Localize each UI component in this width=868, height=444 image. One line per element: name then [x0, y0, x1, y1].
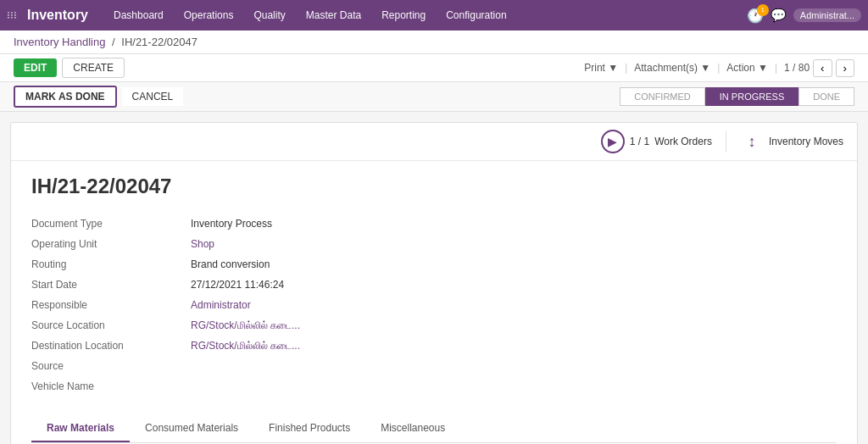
action-bar-1: EDIT CREATE Print ▼ | Attachment(s) ▼ | …	[0, 54, 868, 82]
print-dropdown[interactable]: Print ▼	[584, 62, 618, 74]
form-title: IH/21-22/02047	[31, 175, 837, 198]
notification-icon-wrap[interactable]: 🕐 1	[747, 8, 764, 24]
work-orders-count: 1 / 1	[630, 136, 649, 147]
attachments-chevron-icon: ▼	[700, 62, 710, 74]
cancel-button[interactable]: CANCEL	[122, 87, 184, 106]
vehicle-name-label: Vehicle Name	[31, 378, 184, 395]
attachments-dropdown[interactable]: Attachment(s) ▼	[634, 62, 710, 74]
responsible-value[interactable]: Administrator	[191, 297, 837, 314]
admin-button[interactable]: Administrat...	[793, 8, 861, 22]
print-chevron-icon: ▼	[608, 62, 618, 74]
pager-text: 1 / 80	[784, 62, 810, 74]
doc-type-label: Document Type	[31, 215, 184, 232]
next-button[interactable]: ›	[836, 59, 854, 77]
responsible-label: Responsible	[31, 297, 184, 314]
destination-location-label: Destination Location	[31, 337, 184, 354]
tab-miscellaneous[interactable]: Miscellaneous	[365, 415, 460, 442]
form-grid: Document Type Inventory Process Operatin…	[31, 215, 837, 395]
operating-unit-value[interactable]: Shop	[191, 236, 837, 253]
breadcrumb: Inventory Handling / IH/21-22/02047	[0, 31, 868, 54]
app-title: Inventory	[27, 8, 88, 23]
nav-masterdata[interactable]: Master Data	[298, 6, 370, 25]
work-orders-icon: ▶	[601, 130, 625, 153]
tab-finished-products[interactable]: Finished Products	[253, 415, 365, 442]
nav-configuration[interactable]: Configuration	[437, 6, 515, 25]
form-area: IH/21-22/02047 Document Type Inventory P…	[11, 161, 857, 415]
action-dropdown[interactable]: Action ▼	[726, 62, 768, 74]
action-bar-right: Print ▼ | Attachment(s) ▼ | Action ▼ | 1…	[584, 59, 854, 77]
tabs: Raw Materials Consumed Materials Finishe…	[31, 415, 837, 443]
inventory-moves-label: Inventory Moves	[769, 136, 843, 147]
source-location-label: Source Location	[31, 317, 184, 334]
nav-operations[interactable]: Operations	[175, 6, 242, 25]
nav-dashboard[interactable]: Dashboard	[105, 6, 172, 25]
nav-quality[interactable]: Quality	[245, 6, 293, 25]
status-badges: CONFIRMED IN PROGRESS DONE	[620, 87, 854, 106]
mark-as-done-button[interactable]: MARK AS DONE	[14, 86, 117, 108]
breadcrumb-parent[interactable]: Inventory Handling	[14, 36, 105, 48]
source-label: Source	[31, 358, 184, 375]
nav-items: Dashboard Operations Quality Master Data…	[105, 6, 743, 25]
inventory-moves-icon: ↕	[740, 130, 764, 153]
destination-location-value[interactable]: RG/Stock/மில்லில் கடை...	[191, 337, 837, 354]
action-chevron-icon: ▼	[758, 62, 768, 74]
sub-toolbar: ▶ 1 / 1 Work Orders ↕ Inventory Moves	[11, 123, 857, 161]
operating-unit-label: Operating Unit	[31, 236, 184, 253]
vehicle-name-value	[191, 378, 837, 395]
status-in-progress[interactable]: IN PROGRESS	[705, 87, 798, 106]
chat-icon[interactable]: 💬	[771, 8, 787, 23]
prev-button[interactable]: ‹	[813, 59, 832, 77]
toolbar-divider	[726, 131, 726, 152]
create-button[interactable]: CREATE	[62, 58, 125, 78]
breadcrumb-current: IH/21-22/02047	[121, 36, 198, 48]
main-content: ▶ 1 / 1 Work Orders ↕ Inventory Moves IH…	[10, 122, 858, 444]
routing-value: Brand conversion	[191, 256, 837, 273]
source-value	[191, 358, 837, 375]
status-done[interactable]: DONE	[798, 87, 854, 106]
doc-type-value: Inventory Process	[191, 215, 837, 232]
start-date-value: 27/12/2021 11:46:24	[191, 276, 837, 293]
top-nav: ⁝⁝⁝ Inventory Dashboard Operations Quali…	[0, 0, 868, 31]
edit-button[interactable]: EDIT	[14, 58, 57, 77]
status-confirmed[interactable]: CONFIRMED	[620, 87, 705, 106]
start-date-label: Start Date	[31, 276, 184, 293]
notification-badge: 1	[757, 4, 769, 16]
work-orders-item[interactable]: ▶ 1 / 1 Work Orders	[601, 130, 712, 153]
breadcrumb-separator: /	[112, 36, 115, 48]
work-orders-label: Work Orders	[654, 136, 712, 147]
nav-reporting[interactable]: Reporting	[373, 6, 434, 25]
inventory-moves-item[interactable]: ↕ Inventory Moves	[740, 130, 843, 153]
action-bar-2: MARK AS DONE CANCEL CONFIRMED IN PROGRES…	[0, 82, 868, 112]
app-grid-icon[interactable]: ⁝⁝⁝	[7, 9, 17, 21]
routing-label: Routing	[31, 256, 184, 273]
tab-raw-materials[interactable]: Raw Materials	[31, 415, 130, 442]
nav-right: 🕐 1 💬 Administrat...	[747, 8, 861, 24]
source-location-value[interactable]: RG/Stock/மில்லில் கடை...	[191, 317, 837, 334]
tab-consumed-materials[interactable]: Consumed Materials	[130, 415, 253, 442]
